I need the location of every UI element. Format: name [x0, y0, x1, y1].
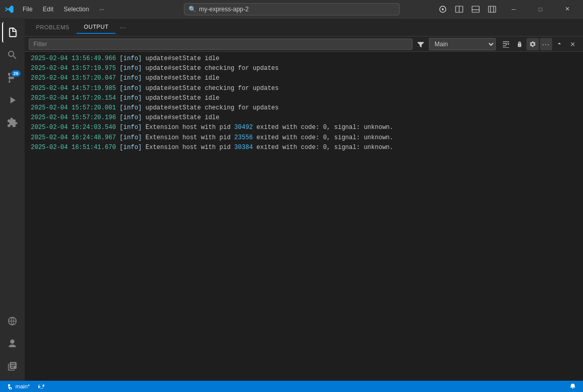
filter-icon-btn[interactable] [415, 38, 427, 50]
sidebar-item-library[interactable] [2, 356, 23, 377]
tab-problems[interactable]: PROBLEMS [29, 21, 77, 33]
panel-layout-icon[interactable] [469, 4, 482, 14]
svg-rect-4 [472, 6, 479, 12]
sidebar-item-explorer[interactable] [2, 22, 23, 43]
log-line: 2025-02-04 16:51:41.670 [info] Extension… [25, 143, 583, 153]
menu-more[interactable]: ··· [95, 4, 108, 15]
source-control-badge: 26 [11, 70, 21, 77]
log-line: 2025-02-04 15:57:20.196 [info] update#se… [25, 113, 583, 123]
log-line: 2025-02-04 16:24:48.967 [info] Extension… [25, 133, 583, 143]
panel-tabs: PROBLEMS OUTPUT ··· [25, 18, 583, 36]
panel: PROBLEMS OUTPUT ··· Main [25, 18, 583, 381]
activitybar-bottom [2, 311, 23, 381]
sidebar-item-source-control[interactable]: 26 [2, 67, 23, 88]
lock-btn[interactable] [513, 38, 525, 50]
status-branch[interactable]: main* [4, 381, 33, 392]
layout-icon[interactable] [453, 4, 466, 14]
log-line: 2025-02-04 15:57:20.001 [info] update#se… [25, 103, 583, 113]
branch-name: main* [15, 383, 30, 389]
sidebar-item-remote[interactable] [2, 311, 23, 331]
titlebar: File Edit Selection ··· 🔍 my-express-app… [0, 0, 583, 18]
log-line: 2025-02-04 16:24:03.540 [info] Extension… [25, 123, 583, 133]
minimize-button[interactable]: ─ [502, 0, 525, 18]
close-button[interactable]: ✕ [555, 0, 579, 18]
status-sync[interactable] [35, 381, 47, 392]
panel-close-btn[interactable] [567, 38, 579, 50]
panel-toolbar: Main [25, 36, 583, 52]
panel-expand-btn[interactable] [553, 38, 566, 50]
search-icon: 🔍 [189, 6, 196, 13]
titlebar-right: ─ □ ✕ [436, 0, 579, 18]
app-logo [4, 4, 14, 14]
log-line: 2025-02-04 13:56:49.966 [info] update#se… [25, 54, 583, 64]
activitybar: 26 [0, 18, 25, 381]
sidebar-item-extensions[interactable] [2, 113, 23, 133]
more-actions-btn[interactable]: ··· [540, 38, 552, 50]
statusbar-right [567, 383, 579, 389]
panel-tab-more[interactable]: ··· [116, 20, 130, 34]
sidebar-item-search[interactable] [2, 45, 23, 65]
search-bar[interactable]: 🔍 my-express-app-2 [184, 3, 400, 15]
wrap-lines-btn[interactable] [500, 38, 512, 50]
menu-edit[interactable]: Edit [39, 4, 58, 15]
editor-area: PROBLEMS OUTPUT ··· Main [25, 18, 583, 381]
svg-rect-6 [488, 6, 496, 12]
source-select[interactable]: Main [429, 38, 496, 50]
search-app-name: my-express-app-2 [199, 6, 249, 13]
sidebar-layout-icon[interactable] [485, 4, 499, 14]
filter-input[interactable] [29, 39, 412, 50]
output-content[interactable]: 2025-02-04 13:56:49.966 [info] update#se… [25, 52, 583, 381]
log-line: 2025-02-04 14:57:20.154 [info] update#se… [25, 94, 583, 103]
settings-btn[interactable] [526, 38, 539, 50]
menu-selection[interactable]: Selection [60, 4, 93, 15]
log-line: 2025-02-04 13:57:19.975 [info] update#se… [25, 64, 583, 73]
menu-file[interactable]: File [18, 4, 36, 15]
log-line: 2025-02-04 14:57:19.985 [info] update#se… [25, 84, 583, 94]
copilot-icon[interactable] [436, 4, 449, 14]
tab-output[interactable]: OUTPUT [77, 21, 116, 34]
sidebar-item-account[interactable] [2, 333, 23, 354]
sidebar-item-run-debug[interactable] [2, 90, 23, 110]
svg-point-1 [442, 8, 444, 10]
panel-actions: ··· [500, 38, 579, 50]
main-layout: 26 [0, 18, 583, 381]
maximize-button[interactable]: □ [529, 0, 552, 18]
statusbar: main* [0, 381, 583, 392]
log-line: 2025-02-04 13:57:20.047 [info] update#se… [25, 73, 583, 83]
status-notifications[interactable] [567, 383, 579, 389]
